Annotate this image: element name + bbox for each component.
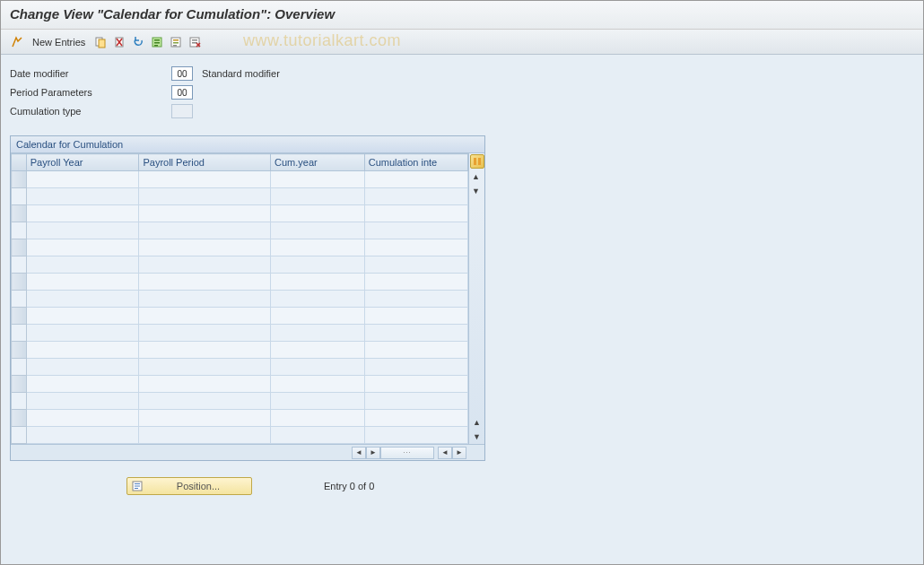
table-cell[interactable] — [139, 291, 271, 308]
table-row[interactable] — [12, 308, 468, 325]
table-cell[interactable] — [364, 376, 467, 393]
row-selector[interactable] — [12, 393, 27, 410]
table-cell[interactable] — [271, 188, 365, 205]
table-cell[interactable] — [26, 188, 139, 205]
table-cell[interactable] — [26, 359, 139, 376]
table-cell[interactable] — [139, 222, 271, 239]
table-cell[interactable] — [139, 342, 271, 359]
table-cell[interactable] — [139, 256, 271, 274]
col-payroll-year[interactable]: Payroll Year — [26, 154, 139, 171]
table-row[interactable] — [12, 171, 468, 188]
table-row[interactable] — [12, 427, 468, 444]
table-cell[interactable] — [139, 325, 271, 342]
select-block-icon[interactable] — [167, 33, 185, 51]
scroll-right-end-icon[interactable]: ► — [452, 447, 466, 459]
table-row[interactable] — [12, 205, 468, 222]
row-selector[interactable] — [12, 222, 27, 239]
table-cell[interactable] — [271, 171, 365, 188]
col-cumulation-inte[interactable]: Cumulation inte — [364, 154, 467, 171]
scroll-right-icon[interactable]: ► — [366, 447, 380, 459]
table-cell[interactable] — [364, 171, 467, 188]
table-cell[interactable] — [271, 393, 365, 410]
row-selector[interactable] — [12, 171, 27, 188]
table-cell[interactable] — [271, 325, 365, 342]
table-cell[interactable] — [271, 205, 365, 222]
toggle-icon[interactable] — [8, 33, 26, 51]
table-cell[interactable] — [26, 376, 139, 393]
table-cell[interactable] — [139, 308, 271, 325]
scroll-up-bottom-icon[interactable]: ▲ — [470, 415, 484, 430]
table-row[interactable] — [12, 376, 468, 393]
table-cell[interactable] — [26, 256, 139, 274]
table-row[interactable] — [12, 291, 468, 308]
table-row[interactable] — [12, 359, 468, 376]
scroll-left-end-icon[interactable]: ◄ — [438, 447, 452, 459]
table-cell[interactable] — [364, 342, 467, 359]
table-cell[interactable] — [139, 239, 271, 256]
table-row[interactable] — [12, 325, 468, 342]
table-cell[interactable] — [139, 410, 271, 427]
table-cell[interactable] — [271, 256, 365, 274]
table-cell[interactable] — [364, 274, 467, 291]
table-row[interactable] — [12, 274, 468, 291]
table-cell[interactable] — [139, 205, 271, 222]
table-cell[interactable] — [364, 427, 467, 444]
table-cell[interactable] — [364, 325, 467, 342]
table-row[interactable] — [12, 342, 468, 359]
row-selector[interactable] — [12, 410, 27, 427]
row-selector[interactable] — [12, 188, 27, 205]
row-selector[interactable] — [12, 342, 27, 359]
table-cell[interactable] — [139, 188, 271, 205]
table-cell[interactable] — [26, 393, 139, 410]
table-cell[interactable] — [26, 205, 139, 222]
table-row[interactable] — [12, 222, 468, 239]
table-cell[interactable] — [271, 291, 365, 308]
cumulation-type-field[interactable] — [171, 104, 193, 118]
date-modifier-field[interactable] — [171, 66, 193, 81]
col-cum-year[interactable]: Cum.year — [271, 154, 365, 171]
select-all-icon[interactable] — [148, 33, 166, 51]
row-selector[interactable] — [12, 256, 27, 274]
vertical-scrollbar[interactable]: ▲ ▼ ▲ ▼ — [468, 153, 484, 444]
row-selector[interactable] — [12, 359, 27, 376]
table-row[interactable] — [12, 410, 468, 427]
table-cell[interactable] — [271, 427, 365, 444]
scroll-down-icon[interactable]: ▼ — [469, 184, 484, 198]
table-cell[interactable] — [26, 222, 139, 239]
table-row[interactable] — [12, 393, 468, 410]
table-cell[interactable] — [26, 274, 139, 291]
table-cell[interactable] — [271, 359, 365, 376]
table-row[interactable] — [12, 188, 468, 205]
table-cell[interactable] — [26, 308, 139, 325]
table-row[interactable] — [12, 239, 468, 256]
table-cell[interactable] — [364, 222, 467, 239]
table-cell[interactable] — [271, 239, 365, 256]
col-payroll-period[interactable]: Payroll Period — [139, 154, 271, 171]
row-selector[interactable] — [12, 325, 27, 342]
table-cell[interactable] — [364, 393, 467, 410]
row-selector[interactable] — [12, 239, 27, 256]
scroll-left-icon[interactable]: ◄ — [352, 447, 366, 459]
table-cell[interactable] — [364, 188, 467, 205]
table-cell[interactable] — [139, 274, 271, 291]
table-cell[interactable] — [364, 291, 467, 308]
row-selector[interactable] — [12, 308, 27, 325]
table-row[interactable] — [12, 256, 468, 274]
table-cell[interactable] — [139, 427, 271, 444]
table-cell[interactable] — [26, 239, 139, 256]
table-cell[interactable] — [271, 342, 365, 359]
delete-icon[interactable] — [110, 33, 128, 51]
table-cell[interactable] — [364, 205, 467, 222]
new-entries-button[interactable]: New Entries — [27, 37, 91, 48]
table-cell[interactable] — [271, 410, 365, 427]
table-cell[interactable] — [364, 308, 467, 325]
deselect-all-icon[interactable] — [186, 33, 204, 51]
table-cell[interactable] — [26, 410, 139, 427]
scroll-down-bottom-icon[interactable]: ▼ — [470, 430, 484, 444]
undo-icon[interactable] — [129, 33, 147, 51]
scroll-up-icon[interactable]: ▲ — [469, 170, 484, 184]
table-cell[interactable] — [271, 376, 365, 393]
table-cell[interactable] — [139, 359, 271, 376]
row-selector[interactable] — [12, 205, 27, 222]
row-selector[interactable] — [12, 376, 27, 393]
